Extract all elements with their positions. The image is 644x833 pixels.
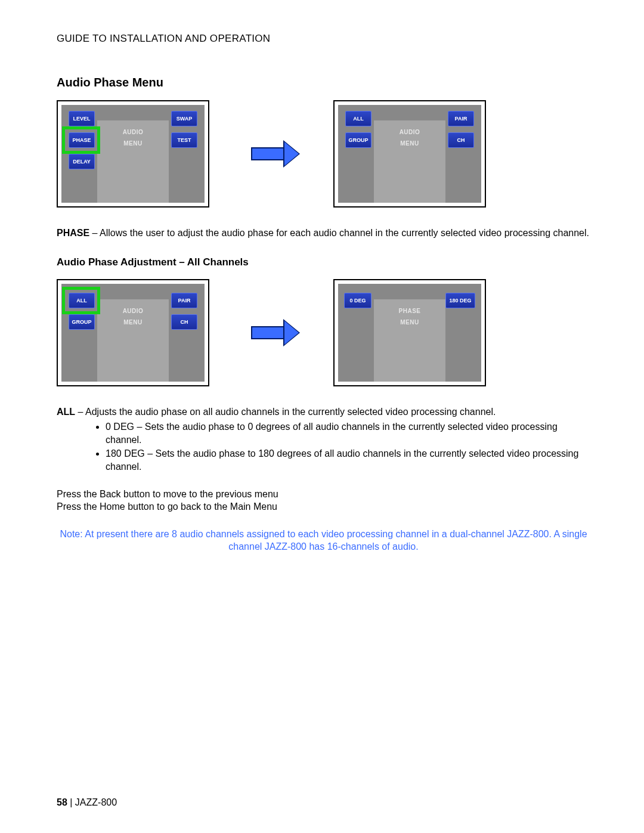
menu-title: PHASE: [374, 308, 445, 314]
phase-lead: PHASE: [57, 228, 89, 238]
test-button[interactable]: TEST: [171, 132, 197, 148]
screens-row-1: AUDIO MENU LEVEL PHASE DELAY SWAP TEST A…: [57, 100, 590, 208]
menu-title: AUDIO: [97, 308, 169, 314]
list-item: 0 DEG – Sets the audio phase to 0 degree…: [106, 420, 590, 446]
group-button[interactable]: GROUP: [345, 132, 371, 148]
arrow-col-2: [209, 323, 333, 343]
delay-button[interactable]: DELAY: [69, 154, 95, 169]
menu-title: AUDIO: [97, 129, 169, 135]
inner-panel: AUDIO MENU: [374, 120, 445, 203]
all-paragraph: ALL – Adjusts the audio phase on all aud…: [57, 405, 590, 419]
all-button[interactable]: ALL: [345, 111, 371, 126]
arrow-right-icon: [251, 323, 305, 343]
all-button[interactable]: ALL: [69, 293, 95, 308]
product-name: JAZZ-800: [75, 797, 117, 807]
list-item: 180 DEG – Sets the audio phase to 180 de…: [106, 447, 590, 473]
guide-header: GUIDE TO INSTALLATION AND OPERATION: [57, 33, 590, 45]
arrow-col-1: [209, 144, 333, 164]
all-lead: ALL: [57, 407, 75, 417]
page-number: 58: [57, 797, 67, 807]
screen-box-audio-submenu: AUDIO MENU ALL GROUP PAIR CH: [333, 100, 486, 208]
sub-section-title: Audio Phase Adjustment – All Channels: [57, 256, 590, 268]
note-text: Note: At present there are 8 audio chann…: [57, 528, 590, 553]
screens-row-2: AUDIO MENU ALL GROUP PAIR CH PHASE MENU: [57, 279, 590, 386]
screen-box-audio-menu: AUDIO MENU LEVEL PHASE DELAY SWAP TEST: [57, 100, 209, 208]
section-title: Audio Phase Menu: [57, 76, 590, 89]
page: GUIDE TO INSTALLATION AND OPERATION Audi…: [0, 0, 644, 833]
screen-audio-menu: AUDIO MENU LEVEL PHASE DELAY SWAP TEST: [61, 105, 205, 203]
footer-sep: |: [67, 797, 75, 807]
inner-panel: PHASE MENU: [374, 299, 445, 382]
pair-button[interactable]: PAIR: [171, 293, 197, 308]
phase-button[interactable]: PHASE: [69, 132, 95, 148]
zero-deg-button[interactable]: 0 DEG: [344, 293, 371, 308]
menu-title: AUDIO: [374, 129, 445, 135]
inner-panel: AUDIO MENU: [97, 299, 169, 382]
page-footer: 58 | JAZZ-800: [57, 797, 117, 808]
one-eighty-deg-button[interactable]: 180 DEG: [445, 293, 475, 308]
group-button[interactable]: GROUP: [69, 314, 95, 330]
nav-home-line: Press the Home button to go back to the …: [57, 500, 590, 513]
arrow-right-icon: [251, 144, 305, 164]
nav-back-line: Press the Back button to move to the pre…: [57, 488, 590, 501]
level-button[interactable]: LEVEL: [69, 111, 95, 126]
ch-button[interactable]: CH: [171, 314, 197, 330]
nav-instructions: Press the Back button to move to the pre…: [57, 488, 590, 513]
screen-audio-submenu: AUDIO MENU ALL GROUP PAIR CH: [338, 105, 481, 203]
menu-subtitle: MENU: [97, 319, 169, 326]
screen-box-phase-menu: PHASE MENU 0 DEG 180 DEG: [333, 279, 486, 386]
menu-subtitle: MENU: [97, 140, 169, 147]
screen-audio-submenu-2: AUDIO MENU ALL GROUP PAIR CH: [61, 284, 205, 382]
phase-body: – Allows the user to adjust the audio ph…: [89, 228, 589, 238]
swap-button[interactable]: SWAP: [171, 111, 197, 126]
menu-subtitle: MENU: [374, 319, 445, 326]
phase-paragraph: PHASE – Allows the user to adjust the au…: [57, 227, 590, 240]
inner-panel: AUDIO MENU: [97, 120, 169, 203]
menu-subtitle: MENU: [374, 140, 445, 147]
all-body: – Adjusts the audio phase on all audio c…: [75, 407, 496, 417]
screen-box-audio-submenu-2: AUDIO MENU ALL GROUP PAIR CH: [57, 279, 209, 386]
ch-button[interactable]: CH: [448, 132, 474, 148]
screen-phase-menu: PHASE MENU 0 DEG 180 DEG: [338, 284, 481, 382]
bullet-list: 0 DEG – Sets the audio phase to 0 degree…: [57, 420, 590, 473]
pair-button[interactable]: PAIR: [448, 111, 474, 126]
